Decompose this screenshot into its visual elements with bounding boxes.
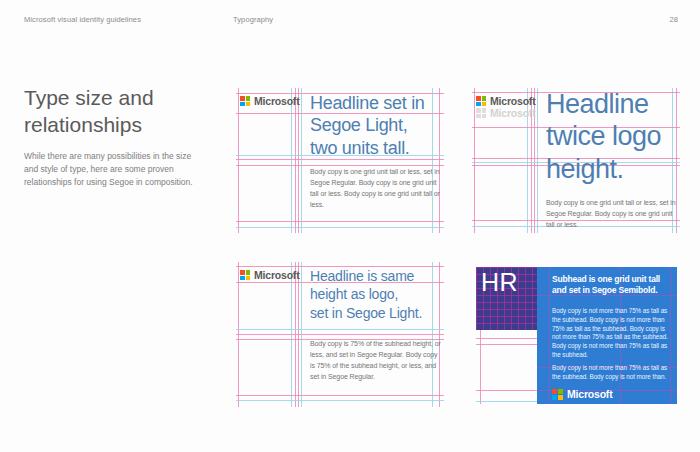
grid-guide [238,88,239,233]
grid-guide [476,344,537,345]
page-title: Type size and relationships [24,84,154,139]
spec-panel-two-units: Microsoft Headline set in Segoe Light, t… [236,88,444,233]
grid-guide [298,262,299,407]
grid-guide [476,338,537,339]
grid-guide [291,88,292,233]
grid-guide [238,262,239,407]
panel-headline: Headline twice logo height. [546,88,661,185]
grid-guide [295,262,296,407]
grid-guide [291,262,292,407]
grid-guide [236,395,444,396]
microsoft-logo-icon [240,96,250,106]
panel-body-copy: Body copy is one grid unit tall or less,… [546,198,680,231]
hr-monogram-text: HR [476,267,537,295]
microsoft-logo-text: Microsoft [567,388,612,400]
grid-guide [537,88,538,233]
grid-guide [301,88,302,233]
panel-subhead: Subhead is one grid unit tall and set in… [552,274,660,297]
grid-guide [549,267,550,404]
spec-panel-subhead-blue: HR Subhead is one grid unit tall and set… [476,267,677,404]
grid-guide [439,88,440,233]
grid-guide [474,88,475,233]
grid-guide [432,262,433,407]
header-brand-text: Microsoft visual identity guidelines [24,15,141,24]
microsoft-logo: Microsoft [240,95,299,107]
grid-guide [236,329,444,330]
grid-guide [236,227,444,228]
grid-guide [439,262,440,407]
grid-guide [236,165,444,166]
grid-guide [236,221,444,222]
grid-guide [480,330,481,404]
microsoft-logo: Microsoft [476,95,535,107]
grid-guide [236,400,444,401]
panel-headline: Headline is same height as logo, set in … [310,267,422,322]
grid-guide [298,88,299,233]
spec-panel-twice-logo: Microsoft Microsoft Headline twice logo … [472,88,680,233]
microsoft-logo-icon [240,270,250,280]
panel-body-copy: Body copy is 75% of the subhead height, … [310,339,443,382]
panel-body-copy: Body copy is not more than 75% as tall a… [552,307,672,360]
intro-paragraph: While there are many possibilities in th… [24,150,193,188]
grid-guide [476,390,537,391]
grid-guide [236,159,444,160]
microsoft-logo: Microsoft [552,388,612,400]
header-section-label: Typography [233,15,273,24]
microsoft-logo: Microsoft [240,269,299,281]
microsoft-logo-text: Microsoft [254,269,299,281]
microsoft-logo-ghost-icon [476,108,486,118]
spec-panel-same-height: Microsoft Headline is same height as log… [236,262,444,407]
microsoft-logo-ghost-text: Microsoft [490,107,535,119]
guidelines-page: Microsoft visual identity guidelines Typ… [0,0,700,452]
grid-guide [301,262,302,407]
microsoft-logo-ghost: Microsoft [476,107,535,119]
blue-layout-example: Subhead is one grid unit tall and set in… [537,267,677,404]
panel-body-copy: Body copy is not more than 75% as tall a… [552,364,672,382]
microsoft-logo-text: Microsoft [490,95,535,107]
grid-guide [476,401,537,402]
grid-guide [236,334,444,335]
panel-body-copy: Body copy is one grid unit tall or less,… [310,167,442,210]
microsoft-logo-icon [476,96,486,106]
grid-guide [295,88,296,233]
microsoft-logo-text: Microsoft [254,95,299,107]
header-page-number: 28 [669,15,678,24]
panel-headline: Headline set in Segoe Light, two units t… [310,92,425,159]
grid-guide [432,88,433,233]
microsoft-logo-icon [552,389,563,400]
hr-monogram-tile: HR [476,267,537,330]
